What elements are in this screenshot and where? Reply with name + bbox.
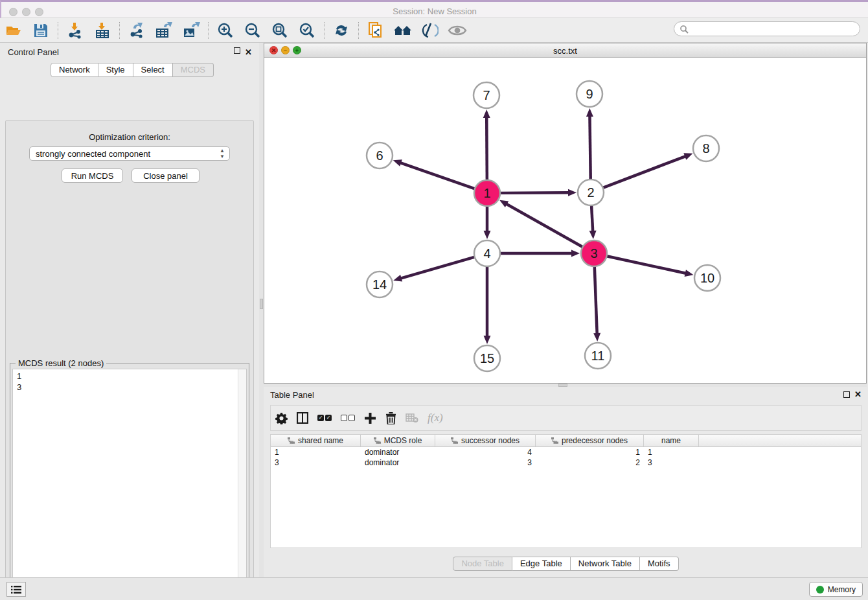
node-label: 11	[591, 349, 605, 363]
column-header-successor-nodes[interactable]: successor nodes	[435, 435, 536, 446]
edge-1-7[interactable]	[486, 117, 487, 180]
select-all-icon[interactable]: ✓ ✓	[317, 415, 332, 421]
node-label: 7	[483, 88, 490, 102]
export-network-icon[interactable]	[126, 21, 148, 40]
zoom-fit-icon[interactable]	[269, 21, 291, 40]
column-header-MCDS-role[interactable]: MCDS role	[361, 435, 435, 446]
edge-3-11[interactable]	[595, 266, 597, 334]
tab-network[interactable]: Network	[51, 63, 98, 77]
edge-2-9[interactable]	[589, 115, 590, 179]
table-cell[interactable]: 4	[435, 447, 536, 457]
edge-2-3[interactable]	[591, 205, 593, 232]
graph-node-9[interactable]: 9	[577, 81, 602, 107]
run-mcds-button[interactable]: Run MCDS	[62, 168, 123, 183]
graph-node-8[interactable]: 8	[693, 135, 719, 161]
edge-2-8[interactable]	[603, 156, 686, 188]
import-network-icon[interactable]	[64, 21, 86, 40]
network-graph[interactable]: 7968124314101511	[264, 58, 866, 383]
table-cell[interactable]: dominator	[361, 457, 435, 468]
annotation-icon[interactable]	[419, 21, 441, 40]
tab-edge-table[interactable]: Edge Table	[512, 557, 571, 571]
tab-node-table[interactable]: Node Table	[453, 557, 512, 571]
memory-button[interactable]: Memory	[809, 582, 863, 597]
table-cell[interactable]: 3	[271, 457, 361, 468]
task-history-button[interactable]	[6, 582, 26, 597]
graph-node-1[interactable]: 1	[474, 180, 500, 206]
table-cell[interactable]: 1	[271, 447, 361, 457]
graph-node-6[interactable]: 6	[367, 143, 393, 168]
tab-style[interactable]: Style	[98, 63, 133, 77]
column-panel-icon[interactable]	[297, 412, 308, 424]
graph-node-2[interactable]: 2	[578, 179, 604, 205]
tab-select[interactable]: Select	[133, 63, 173, 77]
tab-network-table[interactable]: Network Table	[571, 557, 640, 571]
add-icon[interactable]	[364, 412, 376, 424]
close-panel-icon[interactable]: ✕	[854, 389, 862, 399]
table-cell[interactable]: 3	[435, 457, 536, 468]
delete-table-icon[interactable]	[405, 413, 418, 423]
table-cell[interactable]: 3	[644, 457, 699, 468]
edge-4-14[interactable]	[400, 257, 475, 279]
search-field[interactable]	[674, 21, 860, 36]
column-header-shared-name[interactable]: shared name	[271, 435, 361, 446]
result-scrollbar[interactable]	[238, 369, 246, 600]
graph-node-10[interactable]: 10	[694, 265, 720, 291]
network-canvas[interactable]: 7968124314101511	[264, 58, 866, 383]
mcds-result-list[interactable]: 1 3	[12, 369, 247, 600]
zoom-selected-icon[interactable]	[296, 21, 318, 40]
close-panel-button[interactable]: Close panel	[131, 168, 200, 183]
graph-node-14[interactable]: 14	[367, 271, 393, 297]
float-panel-icon[interactable]	[234, 47, 240, 54]
open-session-icon[interactable]	[3, 21, 25, 40]
tab-mcds[interactable]: MCDS	[173, 63, 214, 77]
zoom-in-icon[interactable]	[214, 21, 236, 40]
edge-3-1[interactable]	[506, 203, 583, 247]
table-row[interactable]: 3dominator323	[271, 457, 861, 468]
eye-icon[interactable]	[446, 21, 468, 40]
save-session-icon[interactable]	[30, 21, 52, 40]
gear-icon[interactable]	[275, 412, 288, 424]
table-row[interactable]: 1dominator411	[271, 447, 861, 457]
arrowhead-icon	[484, 231, 491, 239]
column-header-predecessor-nodes[interactable]: predecessor nodes	[536, 435, 644, 446]
delete-icon[interactable]	[385, 412, 396, 424]
table-panel-title: Table Panel	[270, 390, 314, 400]
table-header-row: shared nameMCDS rolesuccessor nodesprede…	[271, 435, 861, 447]
table-cell[interactable]: 1	[536, 447, 644, 457]
function-icon[interactable]: f(x)	[428, 411, 443, 424]
table-cell[interactable]: 2	[536, 457, 644, 468]
splitter-grip[interactable]	[260, 299, 263, 309]
edge-1-2[interactable]	[500, 192, 569, 193]
import-table-icon[interactable]	[91, 21, 113, 40]
export-image-icon[interactable]	[180, 21, 202, 40]
network-window-titlebar[interactable]: ✕ − + scc.txt	[264, 43, 866, 58]
edge-1-6[interactable]	[400, 163, 475, 189]
close-panel-icon[interactable]: ✕	[245, 47, 252, 57]
arrowhead-icon	[593, 333, 600, 341]
node-table[interactable]: shared nameMCDS rolesuccessor nodesprede…	[270, 434, 862, 548]
column-label: name	[661, 436, 681, 445]
graph-node-3[interactable]: 3	[581, 240, 607, 266]
export-table-icon[interactable]	[153, 21, 175, 40]
table-cell[interactable]: dominator	[361, 447, 435, 457]
column-header-name[interactable]: name	[644, 435, 699, 446]
vertical-splitter[interactable]	[259, 43, 264, 577]
network-clone-icon[interactable]	[365, 21, 387, 40]
float-panel-icon[interactable]	[843, 391, 850, 398]
deselect-all-icon[interactable]	[341, 415, 355, 421]
table-cell[interactable]: 1	[644, 447, 699, 457]
refresh-icon[interactable]	[330, 21, 352, 40]
hierarchy-icon	[374, 437, 381, 444]
graph-node-7[interactable]: 7	[474, 82, 499, 108]
edge-3-10[interactable]	[607, 256, 687, 273]
home-icon[interactable]	[392, 21, 414, 40]
zoom-out-icon[interactable]	[242, 21, 264, 40]
graph-node-11[interactable]: 11	[585, 343, 611, 369]
graph-node-4[interactable]: 4	[474, 240, 500, 266]
optimization-criterion-dropdown[interactable]: strongly connected component ▲▼	[29, 146, 230, 161]
toolbar-separator	[58, 22, 58, 39]
graph-node-15[interactable]: 15	[474, 345, 500, 371]
tab-motifs[interactable]: Motifs	[640, 557, 679, 571]
column-label: MCDS role	[384, 436, 422, 445]
search-input[interactable]	[689, 25, 851, 34]
